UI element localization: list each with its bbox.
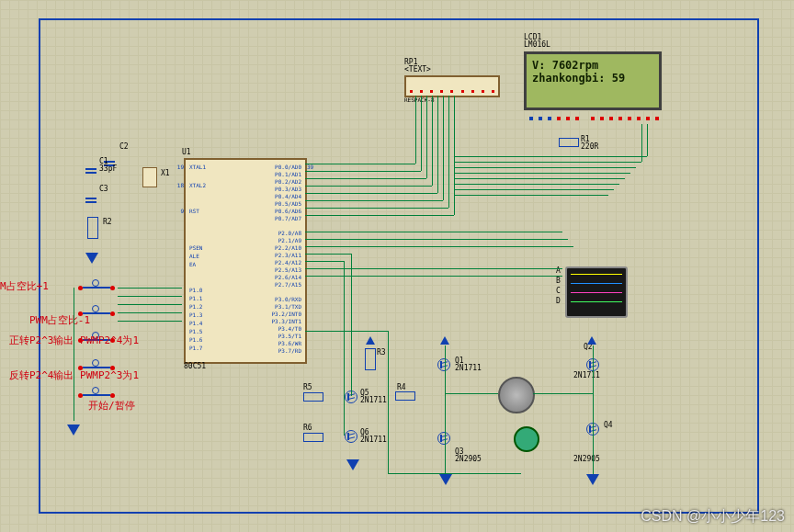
- crystal[interactable]: [142, 167, 157, 187]
- pin-p00: P0.0/AD0: [275, 164, 301, 170]
- q6[interactable]: [345, 430, 357, 443]
- r6[interactable]: [303, 433, 323, 442]
- wire-lcd-d1: [454, 189, 614, 190]
- q3[interactable]: [437, 432, 450, 445]
- wire-lcd-d6: [454, 162, 641, 163]
- c2-ref: C2: [119, 143, 129, 151]
- pin-p32: P3.2/INT0: [271, 311, 301, 317]
- motor[interactable]: [498, 377, 535, 413]
- watermark: CSDN @小小少年123: [641, 507, 785, 526]
- pin-p11: P1.1: [189, 295, 202, 301]
- encoder[interactable]: [514, 426, 539, 452]
- pin-p33: P3.3/INT1: [271, 318, 301, 324]
- pin-p14: P1.4: [189, 320, 202, 326]
- q1[interactable]: [437, 358, 450, 371]
- wire-lcd-d3: [454, 178, 625, 179]
- wire-lcd-d2: [454, 184, 619, 185]
- q6-part: 2N1711: [360, 436, 387, 444]
- oscilloscope[interactable]: [565, 266, 628, 318]
- btn2-label: PWM占空比-1: [29, 315, 90, 325]
- pin-p01: P0.1/AD1: [275, 171, 301, 177]
- c1-val: 33pF: [99, 165, 117, 173]
- button-start-stop[interactable]: [78, 391, 115, 400]
- mcu-80c51[interactable]: XTAL1 19 XTAL2 18 RST 9 PSEN ALE EA P1.0…: [184, 158, 307, 364]
- wire-br-l: [445, 345, 446, 474]
- wire-p22: [305, 246, 573, 247]
- c1-cap-icon[interactable]: [85, 168, 96, 170]
- lcd-line1: V: 7602rpm: [532, 59, 653, 72]
- pin-p16: P1.6: [189, 336, 202, 343]
- wire-lcd-d0: [454, 195, 608, 196]
- scope-ch-b: B: [556, 277, 561, 285]
- wire-p23h: [305, 254, 351, 255]
- pin-xtal1: XTAL1: [189, 164, 206, 170]
- lcd-display: V: 7602rpm zhankongbi: 59: [524, 51, 662, 110]
- scope-trace-c: [571, 292, 622, 300]
- wire-busv2: [426, 96, 427, 178]
- pin-ea: EA: [189, 261, 196, 267]
- pin-p24: P2.4/A12: [275, 259, 301, 266]
- wire-p24v: [344, 261, 345, 436]
- btn5-label: 开始/暂停: [88, 401, 135, 411]
- pin-p31: P3.1/TXD: [275, 303, 301, 310]
- wire-p20: [305, 232, 562, 232]
- wire-bus6: [305, 208, 448, 209]
- power-vcc-left: [440, 336, 449, 345]
- wire-scope-a: [305, 268, 562, 269]
- scope-ch-c: C: [556, 288, 561, 295]
- wire-busv5: [443, 96, 444, 200]
- wire-busv7: [454, 96, 455, 215]
- pin-p21: P2.1/A9: [278, 237, 301, 243]
- r5[interactable]: [303, 392, 323, 402]
- wire-t1-h: [305, 331, 388, 332]
- pin-p37: P3.7/RD: [278, 347, 301, 354]
- pin-p30: P3.0/RXD: [275, 296, 301, 302]
- btn1-label: M占空比+1: [0, 281, 49, 291]
- wire-btn1: [118, 288, 182, 289]
- pin-rst: RST: [189, 208, 199, 214]
- q4-part: 2N2905: [573, 456, 600, 463]
- pin-18: 18: [154, 182, 184, 188]
- wire-bus2: [305, 178, 426, 179]
- scope-trace-d: [571, 301, 622, 309]
- pin-ale: ALE: [189, 253, 199, 259]
- r3[interactable]: [365, 348, 376, 370]
- lcd-line2: zhankongbi: 59: [532, 72, 653, 85]
- pin-p04: P0.4/AD4: [275, 193, 301, 199]
- gnd-q6: [346, 459, 359, 470]
- wire-bus4: [305, 193, 437, 194]
- button-duty-plus[interactable]: [78, 283, 115, 292]
- pin-p03: P0.3/AD3: [275, 186, 301, 192]
- pin-xtal2: XTAL2: [189, 182, 206, 188]
- r-rst[interactable]: [87, 217, 98, 239]
- wire-btn2: [118, 296, 182, 297]
- r4-ref: R4: [397, 384, 406, 391]
- q1-part: 2N1711: [455, 365, 482, 372]
- r1[interactable]: [559, 138, 579, 147]
- pin-p06: P0.6/AD6: [275, 208, 301, 214]
- r4[interactable]: [395, 391, 415, 401]
- gnd-buttons: [67, 424, 80, 436]
- wire-bus7: [305, 215, 454, 216]
- lcd-part: LM016L: [524, 41, 550, 49]
- q3-part: 2N2905: [455, 456, 482, 463]
- wire-busv3: [432, 96, 433, 186]
- gnd-bridge-r: [586, 474, 599, 485]
- lcd-pin-row: [527, 117, 662, 120]
- q2-part: 2N1711: [573, 372, 600, 379]
- x1-ref: X1: [161, 170, 170, 177]
- pin-psen: PSEN: [189, 244, 202, 251]
- wire-p24h: [305, 261, 344, 262]
- wire-busv4: [437, 96, 438, 193]
- c3-ref: C3: [99, 186, 108, 193]
- wire-br-r: [593, 345, 594, 474]
- wire-lcd-d7v: [647, 124, 648, 156]
- pin-9: 9: [154, 208, 184, 214]
- respack[interactable]: [404, 75, 500, 97]
- wire-bus0: [305, 164, 415, 164]
- wire-lcd-d6v: [641, 124, 642, 162]
- pin-p34: P3.4/T0: [278, 325, 301, 332]
- pin-p17: P1.7: [189, 345, 202, 351]
- c3-cap-icon[interactable]: [85, 198, 96, 199]
- wire-btn5: [118, 321, 182, 322]
